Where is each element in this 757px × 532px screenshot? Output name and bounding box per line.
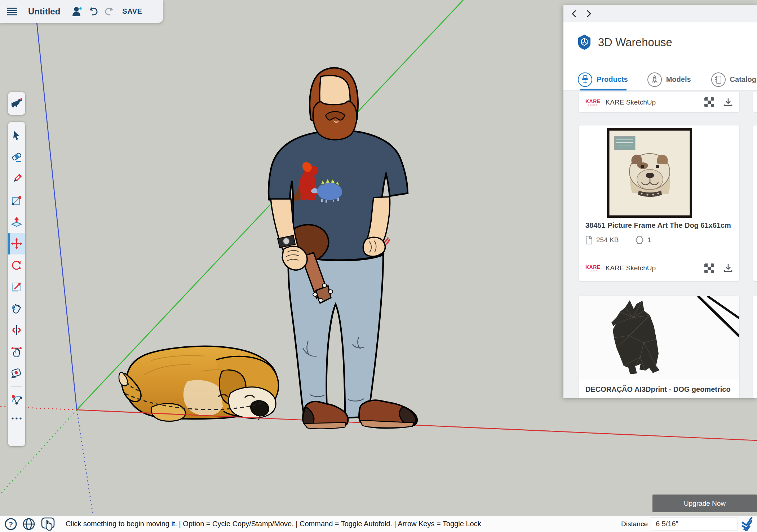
panel-title: 3D Warehouse [598,36,672,49]
hexagon-icon [635,236,644,244]
arc-tool[interactable] [8,389,25,411]
paint-bucket-tool[interactable] [8,298,25,319]
push-pull-tool[interactable] [8,211,25,233]
toolbar [8,122,25,446]
sleeping-puppy-model[interactable] [119,346,279,421]
panel-results: KARE DESIGN KARE SketchUp [563,90,757,398]
back-icon[interactable] [571,10,577,18]
bulldog-frame-image [607,128,692,218]
statusbar: ? Click something to begin moving it. | … [0,515,757,532]
save-button[interactable]: SAVE [122,7,142,15]
polygon-count: 1 [647,236,651,244]
more-tools-button[interactable] [8,411,25,426]
product-card-partial[interactable]: KARE DESIGN KARE SketchUp [579,92,740,112]
product-card-clipped[interactable] [753,296,757,398]
eraser-tool[interactable] [8,146,25,168]
product-card-clipped[interactable] [753,92,757,112]
dog-icon [10,98,23,109]
distance-label: Distance [613,520,648,528]
download-icon[interactable] [723,98,733,107]
file-size: 254 KB [596,236,619,244]
toolbar-divider [11,386,22,387]
tab-catalogs-label: Catalogs [730,75,757,84]
redo-icon[interactable] [101,4,117,19]
rocket-icon [647,72,662,87]
checker-icon[interactable] [704,263,714,273]
download-icon[interactable] [723,263,733,273]
product-meta: 254 KB 1 [585,236,651,244]
tab-models[interactable]: Models [647,72,691,87]
product-card-clipped[interactable] [753,125,757,281]
warehouse-panel: 3D Warehouse Products Models [563,5,757,398]
product-title[interactable]: DECORAÇÃO AI3Dprint - DOG geometrico [585,385,733,394]
tab-products-label: Products [597,75,628,84]
tab-models-label: Models [666,75,691,84]
shapes-tool[interactable] [8,190,25,211]
click-hand-icon[interactable] [41,517,56,531]
chair-icon [578,72,592,87]
add-person-icon[interactable] [70,4,85,19]
topbar: Untitled SAVE [0,0,163,23]
tape-measure-tool[interactable] [8,363,25,384]
kare-logo: KARE DESIGN [585,99,601,106]
geometric-dog-image [579,296,739,380]
distance-input[interactable] [651,517,738,531]
product-card[interactable]: 38451 Picture Frame Art The Dog 61x61cm … [579,125,740,281]
product-thumbnail[interactable] [607,128,692,218]
svg-text:?: ? [9,520,13,528]
vendor-name: KARE SketchUp [606,264,656,272]
vendor-name: KARE SketchUp [606,98,656,106]
select-tool[interactable] [8,125,25,146]
pencil-tool[interactable] [8,168,25,190]
product-card[interactable]: DECORAÇÃO AI3Dprint - DOG geometrico [579,296,740,398]
sketchup-ai-dog-button[interactable] [8,92,25,115]
pan-tool[interactable] [8,341,25,363]
card-divider [585,254,733,254]
sketchup-logo [740,517,754,531]
sketchup-app: Untitled SAVE [0,0,757,532]
tab-products[interactable]: Products [578,72,628,87]
kare-logo: KARE DESIGN [585,265,601,272]
file-icon [585,236,593,244]
product-thumbnail[interactable] [579,296,739,380]
warehouse-logo [576,34,592,51]
upgrade-now-button[interactable]: Upgrade Now [652,495,757,512]
hamburger-icon[interactable] [4,4,20,19]
man-figure-model[interactable] [269,68,417,429]
globe-icon[interactable] [22,518,35,531]
undo-icon[interactable] [85,4,101,19]
catalog-icon [711,72,726,87]
move-tool[interactable] [8,233,25,254]
checker-icon[interactable] [704,97,714,107]
scale-tool[interactable] [8,276,25,298]
status-message: Click something to begin moving it. | Op… [66,520,481,528]
panel-nav-strip [563,5,757,22]
help-icon[interactable]: ? [4,518,17,531]
flip-tool[interactable] [8,319,25,341]
tab-catalogs[interactable]: Catalogs [711,72,757,87]
panel-header: 3D Warehouse Products Models [563,22,757,90]
card-footer: KARE DESIGN KARE SketchUp [579,260,739,277]
panel-tabs: Products Models Catalogs [563,68,757,90]
document-title[interactable]: Untitled [28,6,60,17]
rotate-tool[interactable] [8,254,25,276]
forward-icon[interactable] [586,10,592,18]
product-title[interactable]: 38451 Picture Frame Art The Dog 61x61cm … [585,221,733,230]
